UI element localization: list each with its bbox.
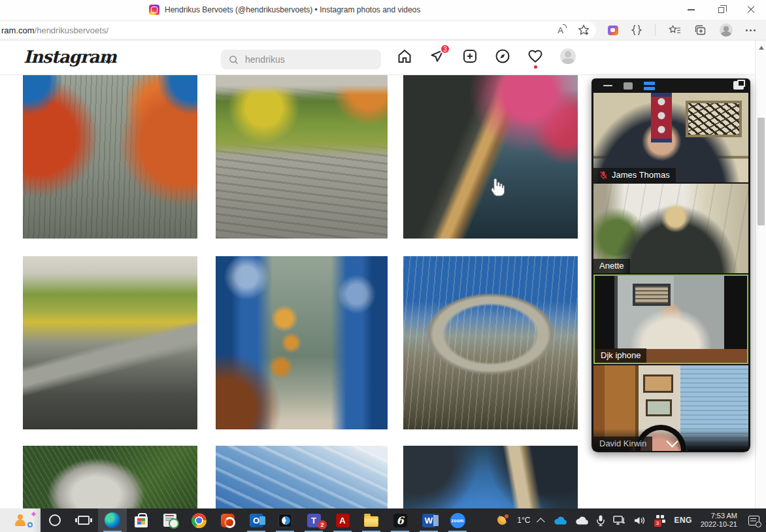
url-text[interactable]: ram.com/hendrikusbervoets/ (1, 25, 108, 35)
outlook-icon: O (250, 514, 263, 527)
microsoft-store-icon (135, 516, 148, 527)
zoom-minimize-icon[interactable] (603, 85, 612, 87)
wall-banner (651, 93, 672, 142)
taskbar-dragon-button[interactable]: 6 (386, 508, 414, 532)
film-app-icon (278, 514, 292, 527)
teams-tray-badge: 3 (654, 520, 661, 527)
cloud-icon[interactable] (575, 516, 588, 525)
restore-button[interactable] (706, 0, 736, 20)
read-aloud-icon[interactable]: A (558, 25, 563, 35)
language-indicator[interactable]: ENG (674, 516, 692, 525)
picture-frame (686, 101, 742, 137)
participant-nametag: James Thomas (593, 168, 676, 182)
url-path: /hendrikusbervoets/ (35, 25, 108, 35)
taskbar-search-button[interactable] (0, 508, 41, 532)
zoom-speaker-view-icon[interactable] (624, 82, 633, 90)
taskbar-word-button[interactable]: W (414, 508, 443, 532)
taskbar-chrome-button[interactable] (184, 508, 213, 532)
temperature[interactable]: 1°C (517, 516, 530, 525)
picture-frame (633, 284, 671, 306)
hidden-icons-chevron-icon[interactable] (537, 518, 545, 526)
action-center-icon[interactable] (748, 516, 759, 525)
taskbar-file-explorer-button[interactable] (357, 508, 386, 532)
zoom-gallery-view-icon[interactable] (644, 82, 655, 90)
task-view-icon (78, 516, 90, 525)
participant-nametag: Anette (593, 259, 630, 273)
scrollbar[interactable] (755, 41, 766, 508)
microphone-icon[interactable] (597, 515, 605, 526)
photo-post[interactable] (23, 446, 197, 508)
photo-post[interactable] (216, 75, 388, 239)
taskbar-film-app-button[interactable] (271, 508, 299, 532)
taskbar-edge-button[interactable] (98, 508, 127, 532)
taskbar-task-view-button[interactable] (69, 508, 98, 532)
explore-icon[interactable] (495, 48, 510, 64)
taskbar-office-button[interactable] (213, 508, 242, 532)
weather-moon-icon[interactable] (497, 514, 508, 526)
search-input[interactable]: hendrikus (221, 50, 381, 69)
network-icon[interactable] (613, 515, 625, 525)
toolbar-divider (655, 24, 656, 36)
taskbar-acrobat-button[interactable]: A (328, 508, 357, 532)
participant-video-tile-active-speaker[interactable]: Djk iphone (593, 274, 748, 364)
photo-post[interactable] (23, 256, 197, 429)
onedrive-icon[interactable] (554, 516, 567, 525)
minimize-icon (688, 9, 695, 10)
taskbar-scheduler-button[interactable] (156, 508, 184, 532)
minimize-button[interactable] (676, 0, 706, 20)
system-tray: 1°C 3 ENG 7:53 AM2022-10-21 (497, 512, 766, 529)
taskbar-cortana-button[interactable] (41, 508, 69, 532)
extensions-icon[interactable] (631, 24, 642, 36)
taskbar: O T2 A 6 W zoom 1°C 3 ENG 7:53 AM2022-10… (0, 508, 766, 532)
photo-post[interactable] (216, 446, 388, 508)
photo-post[interactable] (216, 256, 388, 429)
participant-name: Anette (599, 261, 624, 271)
instagram-logo[interactable]: Instagram (24, 47, 116, 67)
sparkle-icon (31, 512, 36, 516)
participant-name: Djk iphone (601, 350, 641, 360)
add-favorite-icon[interactable] (578, 24, 590, 36)
zoom-exit-minimized-icon[interactable] (733, 81, 744, 90)
activity-heart-icon[interactable] (527, 48, 543, 64)
photo-post[interactable] (23, 75, 197, 239)
collapse-chevron-icon[interactable] (664, 435, 681, 447)
file-explorer-icon (364, 516, 378, 527)
scroll-up-arrow-icon[interactable] (759, 46, 764, 50)
photo-post[interactable] (403, 75, 578, 239)
photo-post[interactable] (403, 256, 578, 429)
close-icon (747, 6, 755, 14)
taskbar-zoom-button[interactable]: zoom (443, 508, 472, 532)
photo-post[interactable] (403, 446, 578, 508)
speaker-icon[interactable] (634, 516, 646, 525)
address-bar[interactable]: ram.com/hendrikusbervoets/ A (0, 22, 596, 39)
instagram-favicon-icon (149, 5, 159, 15)
office-icon (221, 514, 235, 527)
participant-video-tile[interactable]: David Kirwin (593, 365, 748, 451)
browser-urlbar: ram.com/hendrikusbervoets/ A (0, 20, 766, 41)
cortana-icon (49, 514, 61, 526)
collections-icon[interactable] (694, 25, 707, 36)
participant-video-tile[interactable]: Anette (593, 184, 748, 273)
teams-badge: 2 (318, 520, 327, 529)
profile-icon[interactable] (560, 48, 576, 64)
notification-dot (534, 65, 537, 69)
messenger-icon[interactable]: 3 (429, 48, 445, 64)
favorites-icon[interactable] (669, 25, 681, 36)
taskbar-teams-button[interactable]: T2 (299, 508, 328, 532)
window-title-group: Hendrikus Bervoets (@hendrikusbervoets) … (149, 0, 420, 20)
participant-name: James Thomas (612, 170, 670, 180)
home-icon[interactable] (397, 48, 412, 64)
taskbar-clock[interactable]: 7:53 AM2022-10-21 (701, 512, 737, 529)
scrollbar-thumb[interactable] (758, 118, 765, 225)
teams-tray-icon[interactable]: 3 (654, 515, 666, 525)
acrobat-icon: A (336, 514, 350, 527)
taskbar-outlook-button[interactable]: O (242, 508, 271, 532)
taskbar-store-button[interactable] (127, 508, 156, 532)
close-button[interactable] (736, 0, 766, 20)
profile-avatar-icon[interactable] (720, 24, 733, 37)
shopping-icon[interactable] (608, 25, 618, 35)
participant-video-tile[interactable]: James Thomas (593, 93, 748, 182)
window-title: Hendrikus Bervoets (@hendrikusbervoets) … (165, 5, 420, 14)
new-post-icon[interactable] (462, 48, 478, 64)
settings-menu-icon[interactable] (746, 29, 756, 31)
